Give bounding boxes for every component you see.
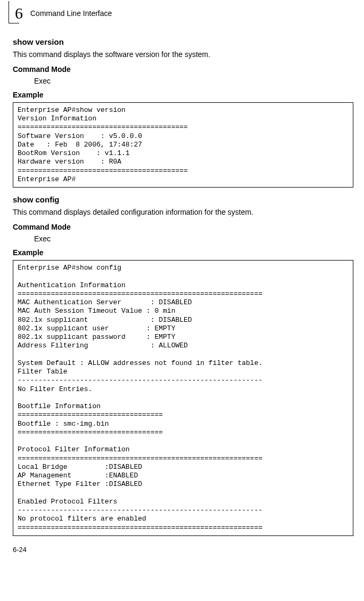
- section-description: This command displays detailed configura…: [13, 207, 353, 217]
- command-mode-value: Exec: [34, 77, 353, 85]
- chapter-number: 6: [13, 4, 23, 22]
- example-label: Example: [13, 91, 353, 99]
- command-mode-value: Exec: [34, 234, 353, 243]
- section-description: This command displays the software versi…: [13, 50, 353, 60]
- example-output-show-config: Enterprise AP#show config Authentication…: [13, 260, 353, 536]
- chapter-title: Command Line Interface: [30, 9, 112, 18]
- page-header: 6 Command Line Interface: [13, 4, 353, 22]
- example-output-show-version: Enterprise AP#show version Version Infor…: [13, 102, 353, 188]
- example-label: Example: [13, 248, 353, 257]
- command-mode-label: Command Mode: [13, 223, 353, 231]
- command-mode-label: Command Mode: [13, 65, 353, 74]
- page-number: 6-24: [13, 546, 353, 554]
- section-title-show-config: show config: [13, 195, 353, 204]
- section-title-show-version: show version: [13, 37, 353, 46]
